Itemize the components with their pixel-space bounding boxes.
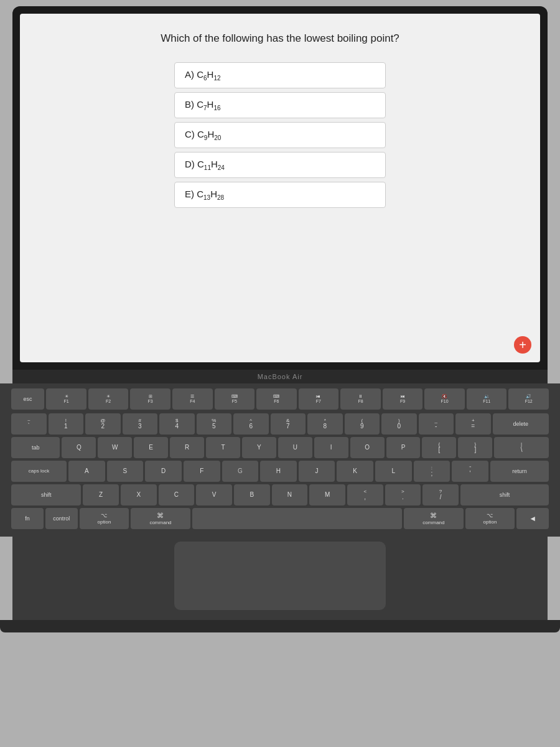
key-f7[interactable]: ⏮F7 <box>299 388 339 410</box>
trackpad-area <box>12 537 548 620</box>
key-tilde[interactable]: ~` <box>11 413 47 435</box>
key-f1[interactable]: ☀F1 <box>46 388 86 410</box>
key-lshift[interactable]: shift <box>11 484 81 505</box>
key-esc[interactable]: esc <box>11 388 44 410</box>
key-l[interactable]: L <box>375 461 412 482</box>
key-9[interactable]: (9 <box>345 413 380 435</box>
key-0[interactable]: )0 <box>381 413 417 435</box>
key-c[interactable]: C <box>159 484 195 505</box>
key-o[interactable]: O <box>350 437 385 458</box>
zxcv-row: shift Z X C V B N M <, >. ?/ shift <box>11 484 549 505</box>
key-f11[interactable]: 🔉F11 <box>467 388 507 410</box>
key-g[interactable]: G <box>222 461 259 482</box>
question-text: Which of the following has the lowest bo… <box>161 32 399 45</box>
option-e[interactable]: E) C13H28 <box>174 182 386 208</box>
key-7[interactable]: &7 <box>271 413 306 435</box>
key-i[interactable]: I <box>314 437 348 458</box>
key-p[interactable]: P <box>386 437 421 458</box>
option-b[interactable]: B) C7H16 <box>174 92 386 118</box>
keyboard: esc ☀F1 ☀F2 ⊞F3 ☰F4 ⌨F5 ⌨F6 ⏮F7 ⏸F8 ⏭F9 … <box>0 383 560 537</box>
key-j[interactable]: J <box>299 461 335 482</box>
key-f8[interactable]: ⏸F8 <box>340 388 381 410</box>
key-bracket-open[interactable]: {[ <box>422 437 456 458</box>
key-z[interactable]: Z <box>83 484 119 505</box>
key-u[interactable]: U <box>278 437 312 458</box>
qwerty-row: tab Q W E R T Y U I O P {[ }] |\ <box>11 437 549 458</box>
option-c[interactable]: C) C9H20 <box>174 122 386 148</box>
option-d[interactable]: D) C11H24 <box>174 152 386 178</box>
key-f4[interactable]: ☰F4 <box>172 388 213 410</box>
option-a[interactable]: A) C6H12 <box>174 62 386 88</box>
trackpad[interactable] <box>174 542 386 610</box>
macbook-label-bar: MacBook Air <box>12 370 548 383</box>
asdf-row: caps lock A S D F G H J K L :; "' return <box>11 461 549 482</box>
key-2[interactable]: @2 <box>85 413 121 435</box>
key-quote[interactable]: "' <box>452 461 488 482</box>
key-8[interactable]: *8 <box>307 413 343 435</box>
key-comma[interactable]: <, <box>347 484 383 505</box>
fn-row: esc ☀F1 ☀F2 ⊞F3 ☰F4 ⌨F5 ⌨F6 ⏮F7 ⏸F8 ⏭F9 … <box>11 388 549 410</box>
key-5[interactable]: %5 <box>197 413 232 435</box>
key-r[interactable]: R <box>170 437 204 458</box>
key-f9[interactable]: ⏭F9 <box>383 388 423 410</box>
key-1[interactable]: !1 <box>49 413 84 435</box>
key-f6[interactable]: ⌨F6 <box>256 388 297 410</box>
key-f2[interactable]: ☀F2 <box>88 388 129 410</box>
key-m[interactable]: M <box>309 484 345 505</box>
key-f12[interactable]: 🔊F12 <box>508 388 549 410</box>
key-period[interactable]: >. <box>385 484 421 505</box>
key-h[interactable]: H <box>260 461 297 482</box>
screen-content: Which of the following has the lowest bo… <box>20 14 540 362</box>
key-semicolon[interactable]: :; <box>414 461 450 482</box>
key-4[interactable]: $4 <box>159 413 195 435</box>
num-row: ~` !1 @2 #3 $4 %5 ^6 &7 *8 (9 )0 _- += d… <box>11 413 549 435</box>
key-n[interactable]: N <box>272 484 308 505</box>
key-w[interactable]: W <box>98 437 132 458</box>
key-d[interactable]: D <box>145 461 182 482</box>
screen-bezel: Which of the following has the lowest bo… <box>12 6 548 370</box>
key-rshift[interactable]: shift <box>460 484 549 505</box>
key-slash[interactable]: ?/ <box>422 484 459 505</box>
macbook-label: MacBook Air <box>258 373 303 380</box>
key-tab[interactable]: tab <box>11 437 60 458</box>
key-f[interactable]: F <box>184 461 220 482</box>
key-fn[interactable]: fn <box>11 508 44 529</box>
laptop: Which of the following has the lowest bo… <box>0 0 560 747</box>
key-6[interactable]: ^6 <box>233 413 269 435</box>
key-f5[interactable]: ⌨F5 <box>215 388 255 410</box>
key-f3[interactable]: ⊞F3 <box>130 388 170 410</box>
key-rcommand[interactable]: ⌘ command <box>404 508 464 529</box>
key-f10[interactable]: 🔇F10 <box>424 388 465 410</box>
bottom-bezel <box>0 620 560 632</box>
key-e[interactable]: E <box>134 437 168 458</box>
key-caps[interactable]: caps lock <box>11 461 67 482</box>
key-3[interactable]: #3 <box>123 413 158 435</box>
key-a[interactable]: A <box>68 461 105 482</box>
key-space[interactable] <box>192 508 402 529</box>
plus-button[interactable]: + <box>514 336 531 354</box>
key-k[interactable]: K <box>337 461 373 482</box>
key-roption[interactable]: ⌥ option <box>465 508 515 529</box>
key-return[interactable]: return <box>490 461 549 482</box>
key-minus[interactable]: _- <box>419 413 454 435</box>
key-arrow-left[interactable]: ◄ <box>516 508 549 529</box>
key-x[interactable]: X <box>121 484 157 505</box>
key-s[interactable]: S <box>107 461 144 482</box>
key-equal[interactable]: += <box>455 413 491 435</box>
key-q[interactable]: Q <box>62 437 96 458</box>
key-t[interactable]: T <box>206 437 240 458</box>
key-control[interactable]: control <box>45 508 78 529</box>
bottom-row: fn control ⌥ option ⌘ command ⌘ command … <box>11 508 549 529</box>
key-y[interactable]: Y <box>242 437 276 458</box>
key-v[interactable]: V <box>196 484 232 505</box>
key-bracket-close[interactable]: }] <box>458 437 492 458</box>
key-loption[interactable]: ⌥ option <box>80 508 129 529</box>
key-b[interactable]: B <box>234 484 270 505</box>
key-backslash[interactable]: |\ <box>494 437 549 458</box>
key-lcommand[interactable]: ⌘ command <box>131 508 190 529</box>
options-container: A) C6H12 B) C7H16 C) C9H20 D) C11H24 E) … <box>174 62 386 208</box>
key-delete[interactable]: delete <box>493 413 549 435</box>
